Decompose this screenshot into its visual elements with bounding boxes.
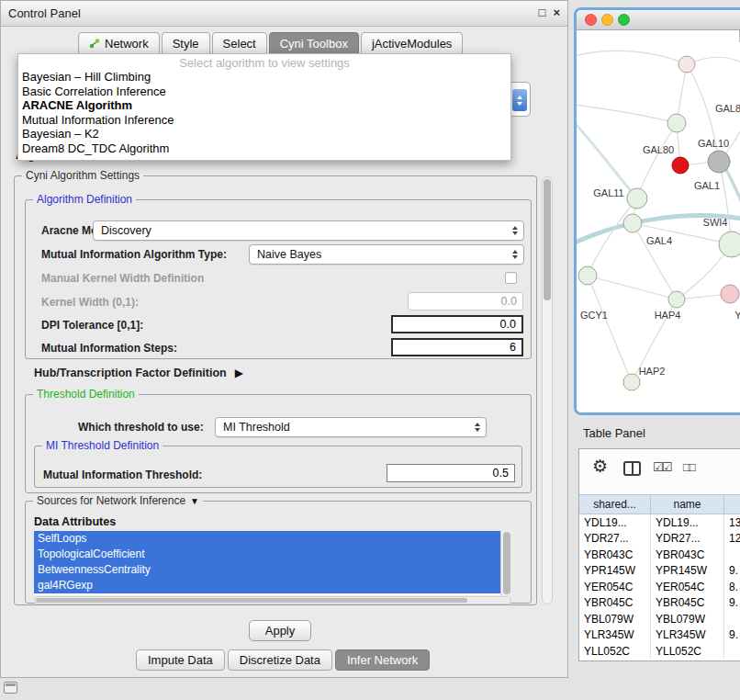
- table-cell[interactable]: 8.: [724, 579, 740, 595]
- mi-threshold-field[interactable]: 0.5: [387, 464, 515, 482]
- columns-icon[interactable]: [623, 461, 641, 476]
- network-node[interactable]: [721, 285, 739, 303]
- network-node[interactable]: [719, 231, 740, 257]
- hub-definition-section[interactable]: Hub/Transcription Factor Definition ▶: [34, 367, 243, 379]
- table-cell[interactable]: YBR043C: [651, 547, 724, 563]
- zoom-window-icon[interactable]: [618, 14, 630, 26]
- attribute-item-selected[interactable]: SelfLoops: [34, 531, 500, 547]
- attribute-list-vscrollbar[interactable]: [500, 531, 511, 595]
- column-header-shared-name[interactable]: shared...: [579, 495, 651, 514]
- table-row[interactable]: YBL079W YBL079W: [579, 611, 740, 627]
- table-cell[interactable]: YDR27...: [651, 531, 724, 548]
- table-row[interactable]: YLR345W YLR345W 9.: [579, 627, 740, 644]
- attribute-item-selected[interactable]: BetweennessCentrality: [34, 562, 500, 578]
- tab-style[interactable]: Style: [162, 32, 210, 54]
- table-cell[interactable]: 9.: [724, 595, 740, 612]
- table-cell[interactable]: YLR345W: [651, 627, 724, 644]
- table-cell[interactable]: YLL052C: [651, 643, 724, 660]
- apply-button[interactable]: Apply: [249, 620, 311, 641]
- table-cell[interactable]: YPR145W: [651, 563, 724, 580]
- attribute-item-selected[interactable]: TopologicalCoefficient: [34, 547, 500, 562]
- manual-kernel-checkbox[interactable]: [505, 272, 517, 284]
- which-threshold-select[interactable]: MI Threshold: [215, 417, 487, 437]
- table-cell[interactable]: 9.: [724, 627, 740, 644]
- table-row[interactable]: YLL052C YLL052C: [579, 643, 740, 660]
- gear-icon[interactable]: ⚙: [592, 457, 608, 477]
- aracne-mode-select[interactable]: Discovery: [93, 220, 524, 241]
- expand-arrow-icon[interactable]: ▼: [190, 496, 199, 506]
- tab-network[interactable]: Network: [78, 32, 160, 54]
- attribute-item-selected[interactable]: gal4RGexp: [34, 578, 500, 593]
- tab-infer-network[interactable]: Infer Network: [335, 649, 430, 671]
- table-cell[interactable]: YDR27...: [579, 531, 651, 548]
- algorithm-option[interactable]: Basic Correlation Inference: [18, 85, 510, 99]
- attribute-list-hscrollbar[interactable]: [34, 596, 511, 604]
- network-view-window[interactable]: GAL8 GAL80 GAL10 GAL11 GAL1 SWI4 GAL4 GC…: [574, 7, 740, 415]
- table-cell[interactable]: YLL052C: [579, 643, 651, 660]
- table-cell[interactable]: 9.: [724, 563, 740, 580]
- table-row[interactable]: YBR045C YBR045C 9.: [579, 595, 740, 612]
- scrollbar-thumb[interactable]: [36, 598, 467, 603]
- table-cell[interactable]: [724, 611, 740, 627]
- algorithm-option[interactable]: Mutual Information Inference: [18, 113, 510, 128]
- network-node[interactable]: [623, 214, 642, 232]
- network-node[interactable]: [672, 157, 689, 174]
- table-cell[interactable]: YPR145W: [579, 563, 651, 580]
- network-node[interactable]: [678, 56, 695, 73]
- network-node[interactable]: [627, 188, 647, 209]
- column-header-cut[interactable]: [724, 495, 740, 514]
- algorithm-option[interactable]: Dream8 DC_TDC Algorithm: [18, 141, 510, 156]
- mi-steps-field[interactable]: 6: [391, 338, 523, 356]
- tab-select[interactable]: Select: [212, 32, 267, 54]
- table-row[interactable]: YDL19... YDL19... 13: [579, 514, 740, 531]
- table-cell[interactable]: YBR045C: [579, 595, 651, 612]
- network-window-titlebar[interactable]: [577, 10, 740, 30]
- network-node[interactable]: [623, 374, 640, 390]
- table-cell[interactable]: YBR043C: [579, 547, 651, 563]
- table-cell[interactable]: YLR345W: [579, 627, 651, 644]
- algorithm-option-selected[interactable]: ARACNE Algorithm: [18, 98, 510, 113]
- table-cell[interactable]: YDL19...: [579, 514, 651, 531]
- mi-type-select[interactable]: Naive Bayes: [249, 244, 524, 265]
- table-cell[interactable]: YBL079W: [651, 611, 724, 627]
- table-row[interactable]: YDR27... YDR27... 12: [579, 531, 740, 548]
- table-cell[interactable]: YER054C: [579, 579, 651, 595]
- table-cell[interactable]: [724, 643, 740, 660]
- table-cell[interactable]: [724, 547, 740, 563]
- close-panel-icon[interactable]: ×: [553, 6, 560, 19]
- table-row[interactable]: YBR043C YBR043C: [579, 547, 740, 563]
- scrollbar-thumb[interactable]: [544, 179, 551, 300]
- minimize-window-icon[interactable]: [601, 14, 613, 26]
- column-header-name[interactable]: name: [651, 495, 724, 514]
- checked-boxes-icon[interactable]: ☑☑: [653, 460, 670, 474]
- network-node[interactable]: [668, 291, 685, 308]
- algorithm-option[interactable]: Bayesian – Hill Climbing: [18, 70, 510, 85]
- collapse-arrow-icon[interactable]: ▶: [235, 367, 243, 378]
- table-cell[interactable]: YBR045C: [651, 595, 724, 612]
- tab-jactivemodules[interactable]: jActiveModules: [361, 32, 463, 54]
- tab-impute-data[interactable]: Impute Data: [136, 649, 225, 671]
- scrollbar-thumb[interactable]: [503, 532, 510, 594]
- restore-panel-icon[interactable]: [4, 682, 17, 694]
- tab-cyni-toolbox[interactable]: Cyni Toolbox: [269, 32, 359, 54]
- tab-discretize-data[interactable]: Discretize Data: [228, 649, 332, 671]
- close-window-icon[interactable]: [585, 14, 597, 26]
- network-node[interactable]: [708, 151, 730, 173]
- data-attributes-list[interactable]: SelfLoops TopologicalCoefficient Between…: [34, 531, 511, 595]
- unchecked-boxes-icon[interactable]: □□: [683, 460, 694, 474]
- table-cell[interactable]: 13: [724, 514, 740, 531]
- network-canvas[interactable]: GAL8 GAL80 GAL10 GAL11 GAL1 SWI4 GAL4 GC…: [577, 30, 740, 412]
- settings-vscrollbar[interactable]: [542, 176, 553, 604]
- algorithm-option[interactable]: Bayesian – K2: [18, 127, 510, 141]
- table-cell[interactable]: YER054C: [651, 579, 724, 595]
- table-cell[interactable]: 12: [724, 531, 740, 548]
- table-cell[interactable]: YBL079W: [579, 611, 651, 627]
- table-panel-tab[interactable]: Table Panel: [583, 426, 645, 440]
- kernel-width-field[interactable]: 0.0: [408, 292, 523, 310]
- network-node[interactable]: [578, 266, 597, 285]
- network-graph[interactable]: GAL8 GAL80 GAL10 GAL11 GAL1 SWI4 GAL4 GC…: [577, 30, 740, 412]
- table-row[interactable]: YPR145W YPR145W 9.: [579, 563, 740, 580]
- table-row[interactable]: YER054C YER054C 8.: [579, 579, 740, 595]
- sources-group-title[interactable]: Sources for Network Inference▼: [33, 494, 203, 508]
- dpi-tolerance-field[interactable]: 0.0: [391, 315, 523, 333]
